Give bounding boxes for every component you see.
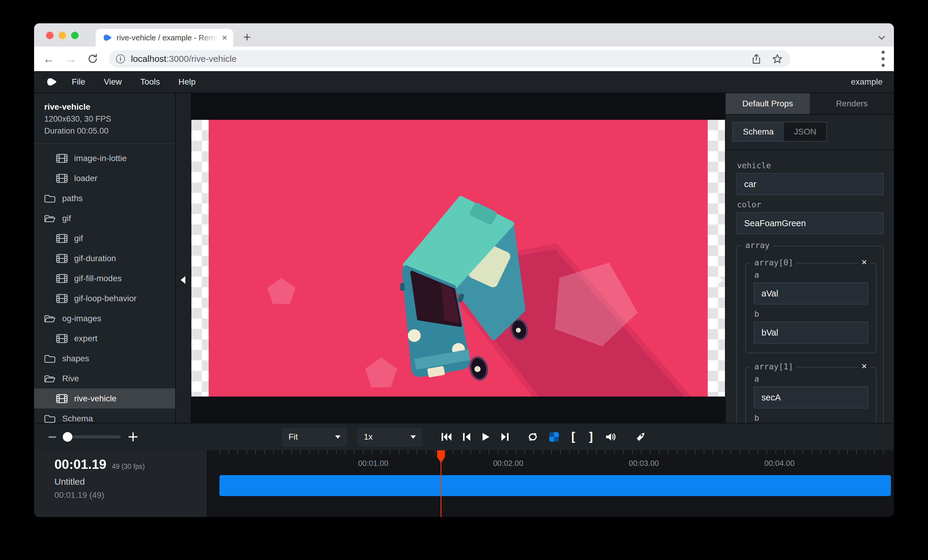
array-0-b-input[interactable] (754, 321, 868, 344)
share-icon[interactable] (752, 53, 761, 65)
array-item-0: array[0] × a b (745, 263, 876, 353)
browser-menu-icon[interactable]: ••• (881, 49, 885, 69)
zoom-slider-thumb[interactable] (63, 432, 72, 442)
transport-buttons: [ ] (441, 431, 646, 443)
address-bar[interactable]: i localhost:3000/rive-vehicle (109, 50, 791, 67)
maximize-window-button[interactable] (71, 32, 79, 39)
out-marker-icon[interactable]: ] (588, 431, 595, 443)
speed-select[interactable]: 1x (357, 427, 423, 446)
ruler-label: 00:03.00 (629, 459, 659, 468)
sidebar-item-label: shapes (62, 354, 89, 364)
menu-tools[interactable]: Tools (140, 77, 160, 87)
previous-frame-icon[interactable] (463, 432, 471, 442)
tab-strip: rive-vehicle / example - Remoti × + (34, 23, 894, 47)
sidebar-item-og-images[interactable]: og-images (34, 308, 175, 329)
zoom-out-icon[interactable] (49, 436, 56, 438)
sidebar-item-loader[interactable]: loader (34, 168, 175, 188)
sidebar-item-label: rive-vehicle (74, 394, 117, 403)
sidebar-item-gif-fill-modes[interactable]: gif-fill-modes (34, 268, 175, 288)
collapse-right-icon[interactable] (719, 276, 723, 284)
pentagon-shape (267, 278, 295, 304)
next-frame-icon[interactable] (501, 432, 508, 442)
tab-renders[interactable]: Renders (810, 93, 894, 114)
toggle-json[interactable]: JSON (784, 123, 827, 141)
sidebar-item-paths[interactable]: paths (34, 188, 175, 208)
field-label-a: a (754, 270, 868, 279)
film-icon (56, 254, 67, 263)
field-label-b: b (754, 413, 868, 423)
loop-icon[interactable] (527, 432, 539, 442)
size-select[interactable]: Fit (282, 427, 347, 446)
remove-array-item-icon[interactable]: × (858, 256, 870, 268)
sidebar-item-gif-folder[interactable]: gif (34, 208, 175, 228)
volume-icon[interactable] (605, 432, 617, 442)
sidebar-item-schema[interactable]: Schema (34, 408, 175, 423)
chevron-down-icon[interactable] (877, 35, 886, 41)
props-panel-tabs: Default Props Renders (726, 93, 894, 115)
sidebar-item-image-in-lottie[interactable]: image-in-lottie (34, 148, 175, 168)
playhead-handle[interactable] (437, 450, 445, 463)
new-tab-button[interactable]: + (243, 31, 251, 44)
tab-default-props[interactable]: Default Props (726, 93, 810, 114)
zoom-slider[interactable] (64, 435, 121, 438)
close-window-button[interactable] (46, 32, 53, 39)
rocket-icon[interactable] (635, 432, 646, 442)
remove-array-item-icon[interactable]: × (858, 361, 870, 372)
sidebar-item-gif-duration[interactable]: gif-duration (34, 248, 175, 268)
transparency-toggle-icon[interactable] (549, 432, 559, 442)
transparency-checker-left (191, 120, 209, 397)
sidebar-item-shapes[interactable]: shapes (34, 348, 175, 368)
transparency-checker-right (708, 120, 725, 397)
toggle-schema[interactable]: Schema (733, 123, 784, 141)
remotion-logo-icon[interactable] (46, 76, 56, 87)
sidebar-item-gif-loop-behavior[interactable]: gif-loop-behavior (34, 288, 175, 308)
forward-icon[interactable]: → (65, 53, 76, 65)
sidebar-item-expert[interactable]: expert (34, 329, 175, 348)
array-legend: array (742, 240, 773, 250)
pentagon-shape (365, 358, 397, 387)
folder-icon (44, 414, 56, 423)
timeline-track-bar[interactable] (220, 475, 891, 496)
sidebar-item-label: gif-fill-modes (74, 274, 122, 283)
sidebar-item-label: gif-loop-behavior (74, 294, 137, 303)
bookmark-star-icon[interactable] (772, 53, 783, 64)
color-input[interactable] (736, 212, 884, 234)
timeline-tracks-area[interactable]: 00:01.00 00:02.00 00:03.00 00:04.00 (220, 450, 891, 517)
sidebar-item-label: paths (62, 194, 83, 203)
browser-tab[interactable]: rive-vehicle / example - Remoti × (96, 29, 233, 47)
sidebar-item-label: expert (74, 334, 98, 343)
minimize-window-button[interactable] (59, 32, 66, 39)
array-item-1: array[1] × a b (745, 367, 876, 423)
jump-to-start-icon[interactable] (441, 432, 452, 442)
ruler-label: 00:02.00 (493, 459, 523, 468)
field-label-color: color (737, 200, 884, 209)
menu-view[interactable]: View (104, 77, 122, 87)
tab-close-icon[interactable]: × (222, 33, 227, 42)
sidebar-item-gif[interactable]: gif (34, 228, 175, 248)
app-menubar: File View Tools Help example (34, 71, 894, 93)
zoom-in-icon[interactable] (128, 432, 137, 441)
sidebar-collapse-gutter[interactable] (176, 93, 191, 423)
array-0-a-input[interactable] (754, 282, 868, 304)
collapse-left-icon[interactable] (180, 276, 185, 284)
size-select-value: Fit (288, 432, 298, 442)
back-icon[interactable]: ← (43, 53, 54, 65)
menu-file[interactable]: File (72, 77, 85, 87)
props-panel: Default Props Renders Schema JSON vehicl… (725, 93, 894, 423)
array-1-a-input[interactable] (754, 387, 868, 408)
playback-controls: Fit 1x (34, 423, 894, 450)
vehicle-illustration (209, 120, 708, 397)
field-label-a: a (754, 374, 868, 383)
site-info-icon[interactable]: i (116, 55, 125, 63)
in-marker-icon[interactable]: [ (569, 431, 577, 443)
preview-area (191, 93, 725, 423)
sidebar-item-rive-vehicle[interactable]: rive-vehicle (34, 388, 175, 408)
url-toolbar: ← → i localhost:3000/rive-vehicle (34, 47, 894, 71)
vehicle-input[interactable] (736, 173, 884, 195)
composition-duration: Duration 00:05.00 (44, 126, 165, 135)
folder-icon (44, 194, 56, 203)
reload-icon[interactable] (87, 53, 98, 65)
menu-help[interactable]: Help (179, 77, 196, 87)
play-icon[interactable] (482, 432, 490, 442)
sidebar-item-rive-folder[interactable]: Rive (34, 368, 175, 388)
